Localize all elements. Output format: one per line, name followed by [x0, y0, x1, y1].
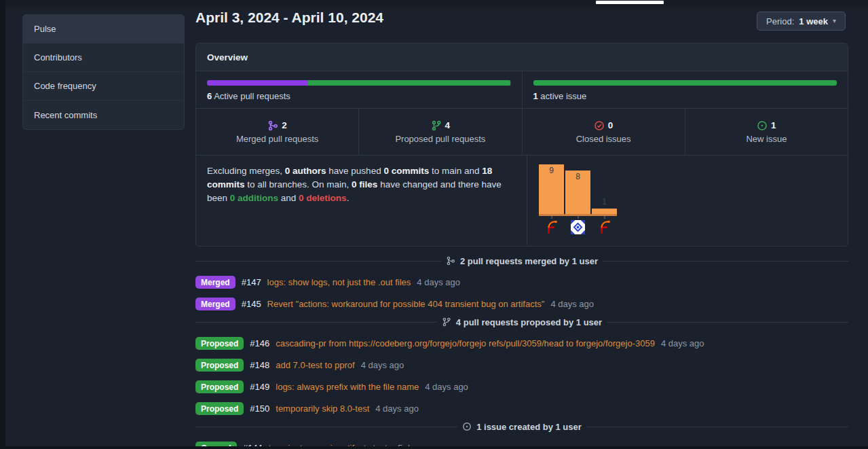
stat-new-issues[interactable]: 1 New issue: [685, 109, 848, 155]
summary-segment: Excluding merges,: [207, 166, 285, 176]
closed-issues-label: Closed issues: [576, 134, 631, 144]
summary-column: Excluding merges, 0 authors have pushed …: [196, 156, 527, 245]
pull-request-progress-bar: [207, 80, 511, 86]
pull-request-row: Merged #147 logs: show logs, not just th…: [195, 275, 848, 289]
pr-time: 4 days ago: [417, 277, 460, 287]
issue-opened-icon: [462, 422, 472, 431]
commit-bar: 8: [565, 170, 590, 214]
proposed-section-title: 4 pull requests proposed by 1 user: [456, 317, 602, 327]
summary-deletions: 0 deletions: [299, 193, 347, 203]
overview-header: Overview: [196, 43, 848, 71]
pr-number: #150: [250, 403, 269, 414]
summary-segment: and: [278, 193, 299, 203]
pulse-page: Pulse Contributors Code frequency Recent…: [0, 0, 868, 449]
summary-segment: to main and: [429, 166, 482, 176]
pr-title-link[interactable]: logs: show logs, not just the .out files: [267, 277, 411, 287]
closed-issues-count: 0: [608, 120, 614, 130]
merged-section-title: 2 pull requests merged by 1 user: [460, 256, 598, 266]
pr-title-link[interactable]: Revert "actions: workaround for possible…: [267, 299, 545, 309]
sidebar-item-pulse[interactable]: Pulse: [23, 15, 184, 43]
overview-bottom-row: Excluding merges, 0 authors have pushed …: [196, 156, 848, 245]
commit-bar: 9: [539, 164, 564, 214]
sidebar-item-recent-commits[interactable]: Recent commits: [23, 101, 184, 129]
bar-value: 1: [592, 197, 617, 206]
pull-request-row: Merged #145 Revert "actions: workaround …: [195, 297, 848, 311]
bar-value: 8: [565, 172, 590, 181]
proposed-section-header: 4 pull requests proposed by 1 user: [195, 315, 848, 329]
git-merge-icon: [267, 120, 278, 131]
proposed-count: 4: [445, 120, 451, 130]
chevron-down-icon: ▾: [833, 18, 836, 24]
pull-request-progress: 6 Active pull requests: [196, 71, 522, 108]
activity-summary-text: Excluding merges, 0 authors have pushed …: [207, 164, 516, 205]
sidebar-item-code-frequency[interactable]: Code frequency: [23, 72, 184, 101]
active-pr-text: Active pull requests: [214, 91, 290, 101]
pr-time: 4 days ago: [425, 382, 468, 392]
pull-request-progress-label: 6 Active pull requests: [207, 91, 511, 101]
proposed-segment: [308, 80, 510, 86]
pr-number: #145: [242, 299, 261, 309]
issues-section-title: 1 issue created by 1 user: [476, 422, 582, 432]
status-badge-proposed[interactable]: Proposed: [195, 380, 244, 393]
new-issue-label: New issue: [746, 134, 787, 144]
commit-bar: 1: [592, 209, 617, 214]
issue-progress: 1 active issue: [522, 71, 848, 108]
window-top-edge: [0, 0, 868, 8]
period-value: 1 week: [799, 16, 828, 26]
pr-time: 4 days ago: [375, 403, 419, 414]
active-tab-indicator: [596, 1, 664, 4]
pr-time: 4 days ago: [550, 299, 594, 309]
status-badge-proposed[interactable]: Proposed: [195, 402, 244, 415]
activity-sidebar: Pulse Contributors Code frequency Recent…: [22, 14, 185, 130]
merged-label: Merged pull requests: [236, 134, 318, 144]
issue-progress-bar: [533, 80, 837, 86]
window-left-edge: [0, 0, 5, 449]
issue-closed-icon: [594, 120, 605, 131]
identicon-avatar[interactable]: [571, 220, 585, 234]
pull-request-row: Proposed #150 temporarily skip 8.0-test …: [195, 401, 848, 416]
page-title: April 3, 2024 - April 10, 2024: [195, 10, 383, 26]
new-issue-segment: [533, 80, 837, 86]
chart-ticks: [539, 216, 848, 219]
pr-title-link[interactable]: add 7.0-test to pprof: [276, 360, 354, 370]
pull-request-row: Proposed #148 add 7.0-test to pprof 4 da…: [195, 358, 848, 372]
status-badge-proposed[interactable]: Proposed: [195, 337, 244, 350]
status-badge-proposed[interactable]: Proposed: [195, 359, 244, 372]
stat-merged-pull-requests[interactable]: 2 Merged pull requests: [196, 109, 358, 155]
period-dropdown[interactable]: Period: 1 week ▾: [757, 12, 846, 31]
pr-title-link[interactable]: temporarily skip 8.0-test: [276, 403, 369, 414]
forgejo-avatar[interactable]: [597, 220, 611, 234]
pr-time: 4 days ago: [661, 338, 704, 348]
summary-files: 0 files: [352, 179, 377, 190]
pr-time: 4 days ago: [361, 360, 404, 370]
active-issue-count: 1: [533, 91, 538, 101]
summary-additions: 0 additions: [230, 193, 278, 203]
pr-title-link[interactable]: logs: always prefix with the file name: [276, 382, 419, 392]
period-label: Period:: [766, 16, 794, 26]
window-bottom-edge: [0, 446, 868, 449]
pr-number: #148: [250, 360, 269, 370]
merged-segment: [207, 80, 308, 86]
chart-avatars: [539, 220, 848, 234]
summary-segment: to all branches. On main,: [245, 179, 352, 190]
forgejo-avatar[interactable]: [544, 220, 559, 234]
bar-value: 9: [539, 166, 564, 175]
stat-closed-issues[interactable]: 0 Closed issues: [522, 109, 685, 155]
pull-request-row: Proposed #146 cascading-pr from https://…: [195, 336, 848, 351]
git-branch-icon: [442, 317, 451, 327]
overview-panel: Overview 6 Active pull requests 1 act: [195, 43, 848, 247]
stat-proposed-pull-requests[interactable]: 4 Proposed pull requests: [358, 109, 521, 155]
pr-title-link[interactable]: cascading-pr from https://codeberg.org/f…: [276, 338, 655, 348]
stats-row: 2 Merged pull requests 4 Proposed pull r…: [196, 108, 848, 156]
pr-number: #149: [250, 382, 269, 392]
activity-sections: 2 pull requests merged by 1 user Merged …: [195, 250, 848, 449]
status-badge-merged[interactable]: Merged: [195, 298, 235, 310]
git-merge-icon: [446, 256, 455, 266]
summary-segment: .: [347, 193, 350, 203]
issue-progress-label: 1 active issue: [533, 91, 837, 101]
pr-number: #146: [250, 338, 269, 348]
status-badge-merged[interactable]: Merged: [195, 276, 235, 289]
summary-segment: have pushed: [326, 166, 384, 176]
merged-section-header: 2 pull requests merged by 1 user: [195, 254, 848, 268]
sidebar-item-contributors[interactable]: Contributors: [23, 43, 184, 72]
